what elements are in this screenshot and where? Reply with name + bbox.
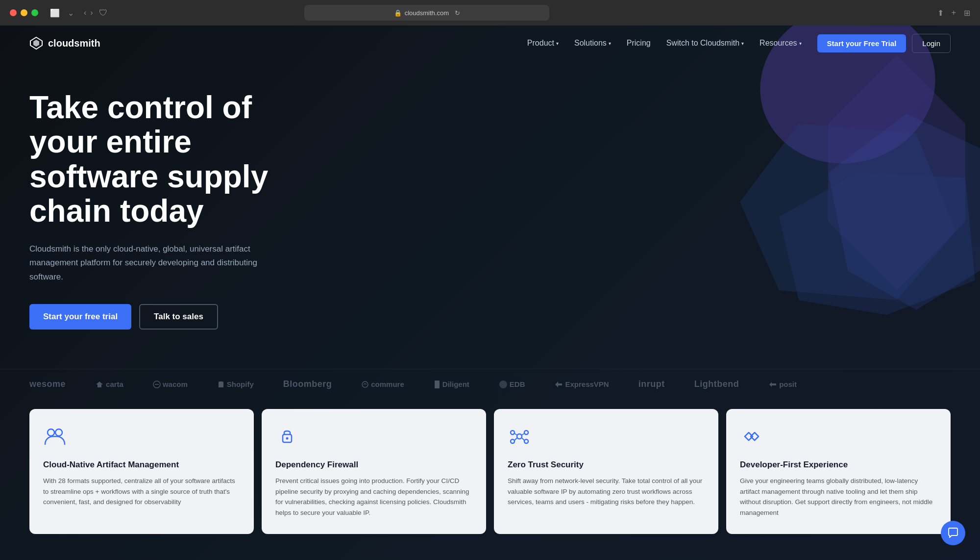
login-button[interactable]: Login <box>912 34 951 53</box>
svg-rect-8 <box>435 381 440 388</box>
chevron-down-icon: ▾ <box>799 41 802 46</box>
chevron-down-icon[interactable]: ⌄ <box>68 8 74 18</box>
svg-marker-2 <box>740 124 956 300</box>
hero-sales-button[interactable]: Talk to sales <box>139 304 218 330</box>
svg-line-21 <box>514 438 517 440</box>
partner-lightbend: Lightbend <box>694 379 739 389</box>
website: cloudsmith Product ▾ Solutions ▾ Pricing… <box>0 25 980 560</box>
feature-card-zerotrust-title: Zero Trust Security <box>508 460 705 470</box>
partner-shopify: Shopify <box>217 380 254 389</box>
shield-lock-icon <box>275 425 299 448</box>
nav-cta-area: Start your Free Trial Login <box>817 34 951 53</box>
svg-point-17 <box>511 439 514 443</box>
svg-point-16 <box>524 431 528 434</box>
hero-subtitle: Cloudsmith is the only cloud-native, glo… <box>29 242 284 285</box>
svg-point-10 <box>48 429 54 436</box>
feature-card-devexp-title: Developer-First Experience <box>740 460 937 470</box>
mac-window-chrome: ⬜ ⌄ ‹ › 🛡 🔒 cloudsmith.com ↻ ⬆ + ⊞ <box>0 0 980 25</box>
svg-point-13 <box>286 437 289 440</box>
toolbar-right: ⬆ + ⊞ <box>937 8 970 18</box>
svg-point-14 <box>517 434 522 439</box>
main-nav: Product ▾ Solutions ▾ Pricing Switch to … <box>527 39 802 48</box>
browser-content: cloudsmith Product ▾ Solutions ▾ Pricing… <box>0 25 980 560</box>
logo-area: cloudsmith <box>29 36 100 50</box>
feature-card-artifact-title: Cloud-Native Artifact Management <box>43 460 240 470</box>
url-text: cloudsmith.com <box>405 9 449 17</box>
nav-pricing[interactable]: Pricing <box>627 39 651 48</box>
nav-arrows: ‹ › <box>84 8 93 17</box>
logo-text: cloudsmith <box>48 38 100 49</box>
fullscreen-dot[interactable] <box>31 9 38 16</box>
cloudsmith-logo-icon <box>29 36 43 50</box>
back-arrow-icon[interactable]: ‹ <box>84 8 86 17</box>
address-bar[interactable]: 🔒 cloudsmith.com ↻ <box>304 5 549 21</box>
partner-inrupt: inrupt <box>638 379 665 389</box>
feature-card-devexp-desc: Give your engineering teams globally dis… <box>740 476 937 518</box>
svg-marker-4 <box>828 114 980 310</box>
feature-card-firewall-desc: Prevent critical issues going into produ… <box>275 476 472 518</box>
chevron-down-icon: ▾ <box>556 41 559 46</box>
partner-wacom: wacom <box>153 380 188 388</box>
nav-resources[interactable]: Resources ▾ <box>760 39 801 48</box>
partner-wesome: wesome <box>29 379 66 389</box>
shield-icon: 🛡 <box>99 8 108 18</box>
partner-diligent: Diligent <box>434 380 469 389</box>
reload-icon[interactable]: ↻ <box>455 9 460 17</box>
feature-card-firewall-title: Dependency Firewall <box>275 460 472 470</box>
hero-background-graphic <box>612 25 980 330</box>
users-icon <box>43 425 67 448</box>
nav-product[interactable]: Product ▾ <box>527 39 559 48</box>
partner-carta: carta <box>95 380 123 388</box>
svg-point-11 <box>55 429 62 436</box>
svg-marker-1 <box>828 55 965 290</box>
new-tab-icon[interactable]: + <box>952 8 956 17</box>
feature-card-firewall: Dependency Firewall Prevent critical iss… <box>262 409 486 534</box>
partner-logo-strip: wesome carta wacom Shopify Bloomberg com… <box>0 369 980 399</box>
svg-line-19 <box>514 433 517 435</box>
network-icon <box>508 425 531 448</box>
nav-solutions[interactable]: Solutions ▾ <box>574 39 611 48</box>
share-icon[interactable]: ⬆ <box>937 8 944 18</box>
chat-icon <box>948 528 958 538</box>
chevrons-icon <box>740 425 763 448</box>
feature-card-zerotrust-desc: Shift away from network-level security. … <box>508 476 705 508</box>
feature-cards: Cloud-Native Artifact Management With 28… <box>0 409 980 534</box>
svg-point-7 <box>362 382 368 387</box>
hero-section: Take control of your entire software sup… <box>0 61 343 349</box>
partner-commure: commure <box>361 380 404 388</box>
chevron-down-icon: ▾ <box>741 41 744 46</box>
feature-card-artifact-desc: With 28 formats supported, centralize al… <box>43 476 240 508</box>
traffic-lights <box>10 9 38 16</box>
svg-line-20 <box>522 433 524 435</box>
svg-line-22 <box>522 438 524 440</box>
window-controls: ⬜ ⌄ <box>50 8 74 18</box>
svg-point-9 <box>499 381 507 388</box>
start-trial-button[interactable]: Start your Free Trial <box>817 34 906 52</box>
hero-buttons: Start your free trial Talk to sales <box>29 304 314 330</box>
feature-card-devexp: Developer-First Experience Give your eng… <box>726 409 951 534</box>
feature-card-artifact: Cloud-Native Artifact Management With 28… <box>29 409 254 534</box>
minimize-dot[interactable] <box>21 9 27 16</box>
chat-button[interactable] <box>941 521 965 545</box>
feature-card-zerotrust: Zero Trust Security Shift away from netw… <box>494 409 718 534</box>
lock-icon: 🔒 <box>394 9 402 17</box>
grid-icon[interactable]: ⊞ <box>964 8 970 18</box>
hero-title: Take control of your entire software sup… <box>29 90 314 229</box>
partner-posit: posit <box>768 380 797 388</box>
partner-bloomberg: Bloomberg <box>283 379 332 389</box>
chevron-down-icon: ▾ <box>609 41 611 46</box>
partner-expressvpn: ExpressVPN <box>554 380 609 388</box>
svg-point-18 <box>524 439 528 443</box>
site-header: cloudsmith Product ▾ Solutions ▾ Pricing… <box>0 25 980 61</box>
forward-arrow-icon[interactable]: › <box>90 8 93 17</box>
svg-marker-3 <box>779 173 975 315</box>
partner-edb: EDB <box>499 380 525 389</box>
close-dot[interactable] <box>10 9 17 16</box>
svg-point-15 <box>511 431 514 434</box>
sidebar-icon[interactable]: ⬜ <box>50 8 60 18</box>
nav-switch[interactable]: Switch to Cloudsmith ▾ <box>666 39 744 48</box>
hero-trial-button[interactable]: Start your free trial <box>29 304 131 330</box>
